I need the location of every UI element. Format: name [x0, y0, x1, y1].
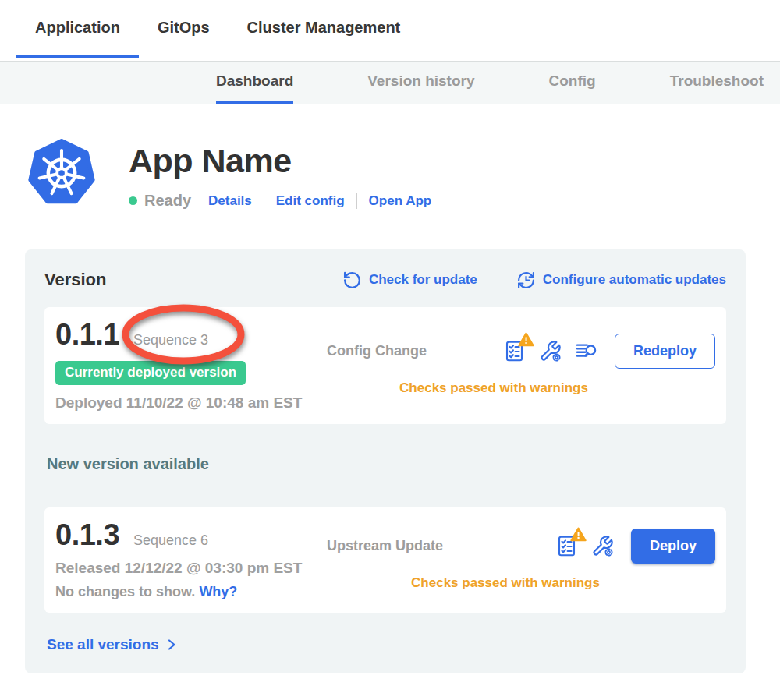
divider: [356, 193, 357, 209]
status-text: Ready: [144, 192, 191, 210]
warning-triangle-icon: [570, 527, 587, 542]
check-for-update-link[interactable]: Check for update: [342, 270, 477, 290]
view-diff-icon[interactable]: [575, 340, 597, 362]
see-all-versions-label: See all versions: [47, 636, 159, 653]
tab-cluster-management-label: Cluster Management: [247, 19, 401, 37]
currently-deployed-badge: Currently deployed version: [55, 361, 246, 385]
deploy-button[interactable]: Deploy: [631, 529, 715, 564]
tab-troubleshoot-label: Troubleshoot: [670, 72, 764, 90]
redeploy-button[interactable]: Redeploy: [615, 334, 715, 369]
configure-auto-updates-link[interactable]: Configure automatic updates: [516, 270, 726, 290]
new-version-card: 0.1.3 Sequence 6 Released 12/12/22 @ 03:…: [44, 507, 726, 613]
version-source-label: Upstream Update: [327, 538, 443, 554]
checks-status-text[interactable]: Checks passed with warnings: [327, 380, 715, 396]
version-section: Version Check for update: [25, 249, 746, 673]
checks-status-text[interactable]: Checks passed with warnings: [327, 575, 715, 591]
tab-config[interactable]: Config: [549, 62, 596, 104]
tab-config-label: Config: [549, 72, 596, 90]
tab-version-history[interactable]: Version history: [367, 62, 474, 104]
current-version-number: 0.1.1: [55, 318, 119, 352]
warning-triangle-icon: [518, 332, 534, 347]
config-wrench-icon[interactable]: [591, 535, 614, 557]
tab-cluster-management[interactable]: Cluster Management: [229, 0, 420, 58]
current-version-card: 0.1.1 Sequence 3 Currently deployed vers…: [44, 307, 726, 424]
chevron-right-icon: [165, 638, 178, 651]
app-header: App Name Ready Details Edit config Open …: [27, 137, 780, 210]
new-version-number: 0.1.3: [55, 518, 119, 552]
version-source-label: Config Change: [327, 343, 427, 359]
page-title: App Name: [129, 142, 431, 180]
tab-gitops[interactable]: GitOps: [139, 0, 229, 58]
details-link[interactable]: Details: [208, 193, 252, 209]
released-timestamp: Released 12/12/22 @ 03:30 pm EST: [55, 560, 327, 577]
open-app-link[interactable]: Open App: [369, 193, 432, 209]
tab-troubleshoot[interactable]: Troubleshoot: [670, 62, 764, 104]
tab-gitops-label: GitOps: [158, 19, 210, 37]
deployed-timestamp: Deployed 11/10/22 @ 10:48 am EST: [55, 394, 327, 412]
refresh-icon: [342, 270, 362, 290]
new-version-heading: New version available: [47, 455, 726, 473]
tab-application[interactable]: Application: [16, 0, 139, 58]
current-version-sequence: Sequence 3: [133, 332, 208, 348]
kubernetes-logo-icon: [27, 137, 96, 209]
app-section-nav: Dashboard Version history Config Trouble…: [0, 61, 780, 104]
preflight-checks-icon[interactable]: [503, 340, 526, 362]
preflight-checks-icon[interactable]: [555, 535, 578, 557]
tab-dashboard[interactable]: Dashboard: [216, 62, 293, 104]
status-ready-dot: [129, 196, 137, 205]
version-section-title: Version: [44, 270, 106, 290]
clock-refresh-icon: [516, 270, 536, 290]
check-for-update-label: Check for update: [369, 272, 477, 288]
diff-summary-text: No changes to show.: [55, 584, 195, 599]
tab-version-history-label: Version history: [367, 72, 474, 90]
divider: [264, 193, 264, 209]
why-link[interactable]: Why?: [199, 584, 237, 599]
configure-auto-updates-label: Configure automatic updates: [543, 272, 726, 288]
tab-application-label: Application: [35, 19, 120, 37]
primary-nav: Application GitOps Cluster Management: [0, 0, 780, 61]
edit-config-link[interactable]: Edit config: [276, 193, 345, 209]
config-wrench-icon[interactable]: [539, 340, 562, 362]
tab-dashboard-label: Dashboard: [216, 72, 293, 90]
see-all-versions-link[interactable]: See all versions: [47, 636, 726, 653]
new-version-sequence: Sequence 6: [133, 532, 208, 549]
